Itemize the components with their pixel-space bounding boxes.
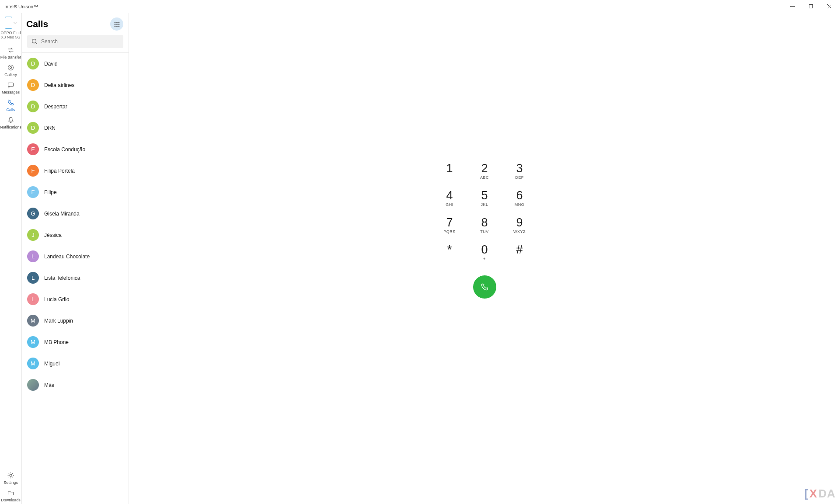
contact-row[interactable]: MMiguel (22, 353, 129, 374)
contact-row[interactable]: LLandeau Chocolate (22, 246, 129, 267)
key-digit: 9 (516, 217, 523, 229)
dialpad-key-9[interactable]: 9WXYZ (509, 217, 530, 244)
key-digit: 2 (481, 163, 488, 174)
dialpad-key-*[interactable]: * (439, 244, 460, 271)
contact-name: Miguel (44, 361, 59, 367)
contact-row[interactable]: LLista Telefonica (22, 267, 129, 288)
contact-row[interactable]: MMark Luppin (22, 310, 129, 331)
page-title: Calls (26, 19, 48, 29)
dialpad-key-5[interactable]: 5JKL (474, 190, 495, 217)
transfer-icon (7, 46, 14, 54)
phone-icon (5, 17, 12, 29)
contacts-pane: Calls DDavidDDelta airlinesDDespertarDDR… (22, 13, 129, 504)
gallery-icon (7, 64, 14, 71)
window-title: Intel® Unison™ (4, 4, 38, 9)
contact-name: Filipa Portela (44, 168, 75, 174)
dialpad-key-7[interactable]: 7PQRS (439, 217, 460, 244)
key-digit: 3 (516, 163, 523, 174)
nav-file-transfer[interactable]: File transfer (0, 44, 22, 61)
svg-point-5 (10, 66, 11, 68)
contact-row[interactable]: DDavid (22, 53, 129, 74)
key-digit: 5 (481, 190, 488, 202)
search-box[interactable] (27, 35, 123, 48)
titlebar: Intel® Unison™ (0, 0, 840, 13)
key-letters: MNO (515, 202, 525, 207)
nav-label: Messages (2, 90, 20, 94)
nav-downloads[interactable]: Downloads (0, 487, 22, 504)
dialpad-toggle-button[interactable] (110, 17, 123, 31)
key-letters: + (483, 257, 486, 261)
svg-point-14 (114, 25, 115, 27)
watermark: [XDA (804, 487, 836, 501)
contact-row[interactable]: DDelta airlines (22, 74, 129, 96)
device-selector[interactable] (5, 15, 17, 30)
minimize-button[interactable] (783, 0, 802, 13)
svg-point-17 (32, 39, 36, 43)
dialpad-key-6[interactable]: 6MNO (509, 190, 530, 217)
svg-point-8 (114, 21, 115, 23)
contact-row[interactable]: FFilipa Portela (22, 160, 129, 181)
key-letters: TUV (480, 229, 489, 234)
dialpad-key-8[interactable]: 8TUV (474, 217, 495, 244)
contact-name: Lucia Grilo (44, 296, 69, 302)
key-letters: DEF (515, 175, 524, 180)
contact-row[interactable]: DDRN (22, 117, 129, 139)
contact-name: MB Phone (44, 339, 69, 345)
contact-row[interactable]: MMB Phone (22, 331, 129, 353)
contact-row[interactable]: Mãe (22, 374, 129, 396)
nav-settings[interactable]: Settings (0, 469, 22, 487)
avatar: G (27, 208, 39, 219)
dialpad-key-1[interactable]: 1 (439, 163, 460, 190)
avatar: J (27, 229, 39, 241)
search-input[interactable] (41, 38, 119, 45)
contact-row[interactable]: JJéssica (22, 224, 129, 246)
avatar: D (27, 122, 39, 134)
avatar: L (27, 250, 39, 262)
avatar: F (27, 186, 39, 198)
nav-notifications[interactable]: Notifications (0, 114, 22, 131)
contact-name: Jéssica (44, 232, 62, 238)
avatar: L (27, 293, 39, 305)
dialpad-key-0[interactable]: 0+ (474, 244, 495, 271)
nav-label: Downloads (1, 498, 21, 502)
search-icon (31, 38, 38, 45)
dialpad-key-3[interactable]: 3DEF (509, 163, 530, 190)
maximize-button[interactable] (802, 0, 820, 13)
svg-point-16 (118, 25, 119, 27)
folder-icon (7, 489, 14, 497)
key-letters: PQRS (443, 229, 456, 234)
contact-row[interactable]: LLucia Grilo (22, 288, 129, 310)
contact-row[interactable]: EEscola Condução (22, 139, 129, 160)
svg-point-4 (8, 65, 14, 70)
contacts-list: DDavidDDelta airlinesDDespertarDDRNEEsco… (22, 53, 129, 504)
svg-point-7 (10, 474, 12, 476)
messages-icon (7, 81, 14, 89)
key-digit: # (516, 244, 523, 256)
contact-name: Filipe (44, 189, 57, 195)
avatar: D (27, 101, 39, 112)
key-digit: 0 (481, 244, 488, 256)
contact-name: DRN (44, 125, 56, 131)
close-button[interactable] (820, 0, 838, 13)
contact-row[interactable]: GGisela Miranda (22, 203, 129, 224)
contact-name: Despertar (44, 104, 67, 110)
nav-calls[interactable]: Calls (0, 96, 22, 114)
avatar: L (27, 272, 39, 284)
dialpad-key-2[interactable]: 2ABC (474, 163, 495, 190)
nav-messages[interactable]: Messages (0, 79, 22, 96)
svg-point-15 (116, 25, 118, 27)
contact-name: David (44, 61, 58, 67)
svg-line-18 (36, 43, 38, 45)
contact-name: Lista Telefonica (44, 275, 80, 281)
contact-name: Mark Luppin (44, 318, 73, 324)
contact-row[interactable]: DDespertar (22, 96, 129, 117)
sidebar: OPPO Find X3 Neo 5G File transfer Galler… (0, 13, 22, 504)
svg-point-11 (114, 24, 115, 25)
nav-gallery[interactable]: Gallery (0, 61, 22, 79)
call-button[interactable] (473, 275, 496, 299)
dialpad-key-4[interactable]: 4GHI (439, 190, 460, 217)
nav-label: Notifications (0, 125, 21, 129)
dialpad-icon (114, 21, 120, 28)
contact-row[interactable]: FFilipe (22, 181, 129, 203)
dialpad-key-#[interactable]: # (509, 244, 530, 271)
